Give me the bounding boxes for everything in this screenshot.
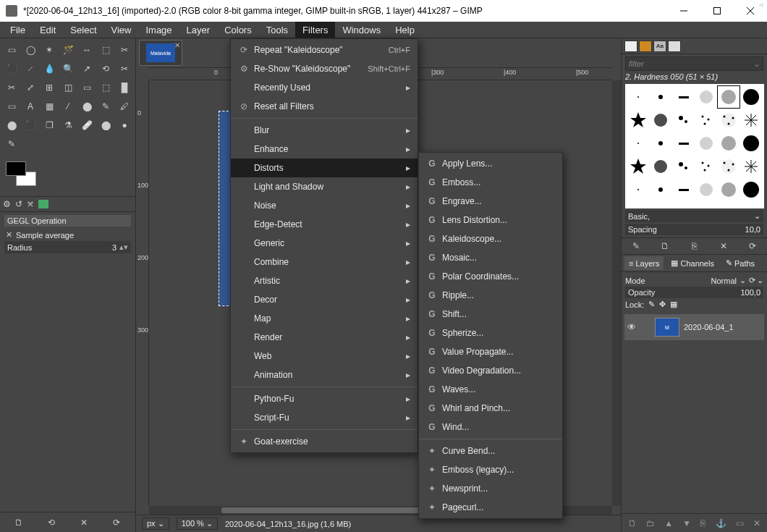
tool-22[interactable]: A <box>22 98 39 115</box>
brush-item[interactable] <box>649 85 671 109</box>
tool-9[interactable]: 💧 <box>41 60 58 77</box>
menu-item-lens-distortion-[interactable]: GLens Distortion... <box>419 211 562 229</box>
delete-preset-button[interactable]: ✕ <box>76 515 92 530</box>
brush-item[interactable] <box>672 155 695 178</box>
tool-33[interactable]: ⬤ <box>97 117 114 134</box>
menu-item-emboss-[interactable]: GEmboss... <box>419 173 562 192</box>
layer-delete-button[interactable]: ✕ <box>753 518 760 528</box>
brush-item[interactable] <box>717 178 740 201</box>
tool-7[interactable]: ⬛ <box>3 60 20 77</box>
brush-item[interactable] <box>740 109 763 132</box>
tool-19[interactable]: ⬚ <box>97 79 114 96</box>
menu-item-animation[interactable]: Animation▸ <box>231 366 418 384</box>
menu-item-generic[interactable]: Generic▸ <box>231 234 418 253</box>
brush-item[interactable] <box>695 178 717 201</box>
tool-8[interactable]: ⟋ <box>22 60 39 77</box>
menu-item-recently-used[interactable]: Recently Used▸ <box>231 78 418 97</box>
tool-3[interactable]: 🪄 <box>59 41 77 59</box>
brush-item[interactable] <box>717 155 740 178</box>
lock-alpha-icon[interactable]: ▦ <box>670 300 677 309</box>
brush-delete-button[interactable]: ✕ <box>716 241 731 251</box>
menu-filters[interactable]: Filters <box>295 22 335 38</box>
tool-35[interactable]: ✎ <box>3 135 20 153</box>
brush-item[interactable] <box>717 109 740 132</box>
tab-paths[interactable]: ✎ Paths <box>721 256 759 270</box>
tool-2[interactable]: ✶ <box>41 41 58 59</box>
layer-mask-button[interactable]: ▭ <box>736 518 744 528</box>
menu-item-newsprint-[interactable]: ✦Newsprint... <box>419 479 562 498</box>
brush-item[interactable] <box>649 132 671 155</box>
menu-item-map[interactable]: Map▸ <box>231 309 418 328</box>
tool-0[interactable]: ▭ <box>3 41 20 59</box>
tool-17[interactable]: ◫ <box>59 79 77 96</box>
menu-item-render[interactable]: Render▸ <box>231 328 418 347</box>
menu-item-spherize-[interactable]: GSpherize... <box>419 324 562 342</box>
save-preset-button[interactable]: 🗋 <box>11 515 27 530</box>
tool-5[interactable]: ⬚ <box>97 41 114 59</box>
menu-file[interactable]: File <box>3 22 33 38</box>
layer-row[interactable]: 👁 M 2020-06-04_1 <box>624 314 764 340</box>
menu-layer[interactable]: Layer <box>179 22 218 38</box>
tool-12[interactable]: ⟲ <box>97 60 114 77</box>
menu-windows[interactable]: Windows <box>335 22 388 38</box>
tool-1[interactable]: ◯ <box>22 41 39 59</box>
menu-colors[interactable]: Colors <box>217 22 259 38</box>
menu-tools[interactable]: Tools <box>259 22 295 38</box>
menu-item-wind-[interactable]: GWind... <box>419 418 562 436</box>
tool-11[interactable]: ↗ <box>78 60 96 77</box>
menu-item-curve-bend-[interactable]: ✦Curve Bend... <box>419 442 562 460</box>
menu-item-kaleidoscope-[interactable]: GKaleidoscope... <box>419 229 562 248</box>
layer-mode-dropdown[interactable]: Mode Normal⌄ ⟳⌄ <box>625 274 763 287</box>
tool-6[interactable]: ✂ <box>116 41 133 59</box>
document-tab[interactable]: Malavida ✕ <box>139 40 182 66</box>
brush-item[interactable] <box>672 132 695 155</box>
brush-filter-input[interactable]: filter⌄ <box>625 56 763 71</box>
scrollbar-vertical[interactable] <box>612 80 621 506</box>
menu-item-engrave-[interactable]: GEngrave... <box>419 192 562 211</box>
tool-options-tabbar[interactable]: ⚙↺⤧ ◂ <box>0 196 135 212</box>
menu-view[interactable]: View <box>104 22 139 38</box>
menu-item-apply-lens-[interactable]: GApply Lens... <box>419 154 562 173</box>
menu-item-enhance[interactable]: Enhance▸ <box>231 140 418 159</box>
brush-preset-dropdown[interactable]: Basic,⌄ <box>625 210 763 222</box>
brushes-tabbar[interactable]: Aa ◂ <box>622 38 767 54</box>
menu-item-combine[interactable]: Combine▸ <box>231 253 418 271</box>
tool-13[interactable]: ✂ <box>116 60 133 77</box>
menu-item-distorts[interactable]: Distorts▸ <box>231 159 418 177</box>
brush-item[interactable] <box>740 155 763 178</box>
menu-item-re-show-kaleidoscope-[interactable]: ⚙Re-Show "Kaleidoscope"Shift+Ctrl+F <box>231 59 418 78</box>
tool-16[interactable]: ⊞ <box>41 79 58 96</box>
menu-item-value-propagate-[interactable]: GValue Propagate... <box>419 342 562 361</box>
tool-15[interactable]: ⤢ <box>22 79 39 96</box>
tool-28[interactable]: ⬤ <box>3 117 20 134</box>
tool-18[interactable]: ▭ <box>78 79 96 96</box>
brush-item[interactable] <box>695 155 717 178</box>
reset-preset-button[interactable]: ⟳ <box>109 515 124 530</box>
brush-item[interactable] <box>649 109 671 132</box>
restore-preset-button[interactable]: ⟲ <box>43 515 59 530</box>
brush-duplicate-button[interactable]: ⎘ <box>687 241 701 251</box>
tool-4[interactable]: ↔ <box>78 41 96 59</box>
radius-field[interactable]: Radius 3 ▴▾ <box>4 241 131 253</box>
tool-20[interactable]: █ <box>116 79 133 96</box>
brush-item[interactable] <box>740 85 763 109</box>
minimize-button[interactable] <box>667 0 700 22</box>
brush-item[interactable] <box>627 178 649 201</box>
menu-item-python-fu[interactable]: Python-Fu▸ <box>231 389 418 408</box>
ruler-vertical[interactable]: 0100200300 <box>136 80 149 506</box>
menu-item-artistic[interactable]: Artistic▸ <box>231 271 418 290</box>
brush-item[interactable] <box>740 132 763 155</box>
tool-14[interactable]: ✂ <box>3 79 20 96</box>
layer-up-button[interactable]: ▲ <box>664 518 673 528</box>
layer-new-button[interactable]: 🗋 <box>628 518 637 528</box>
layer-duplicate-button[interactable]: ⎘ <box>700 518 705 528</box>
tool-10[interactable]: 🔍 <box>59 60 77 77</box>
sample-average-checkbox[interactable]: ✕Sample average <box>4 229 131 241</box>
menu-item-reset-all-filters[interactable]: ⊘Reset all Filters <box>231 97 418 116</box>
menu-item-light-and-shadow[interactable]: Light and Shadow▸ <box>231 177 418 196</box>
brush-item[interactable] <box>649 178 671 201</box>
menu-item-waves-[interactable]: GWaves... <box>419 380 562 399</box>
brush-item[interactable] <box>649 155 671 178</box>
tool-23[interactable]: ▦ <box>41 98 58 115</box>
tab-channels[interactable]: ▦ Channels <box>666 256 718 270</box>
